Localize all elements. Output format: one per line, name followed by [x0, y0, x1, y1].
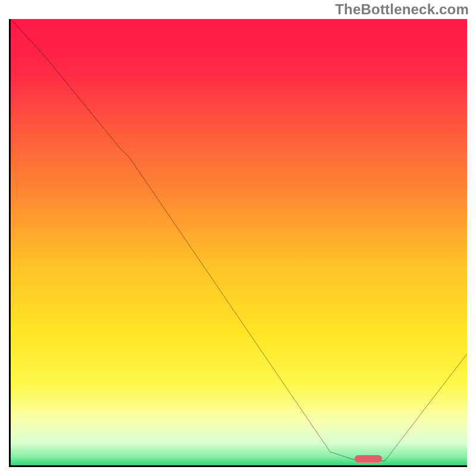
chart-stage: TheBottleneck.com — [0, 0, 476, 476]
bottleneck-curve — [11, 19, 467, 465]
plot-frame — [9, 19, 467, 467]
optimal-marker — [355, 455, 382, 462]
watermark-text: TheBottleneck.com — [335, 1, 469, 18]
